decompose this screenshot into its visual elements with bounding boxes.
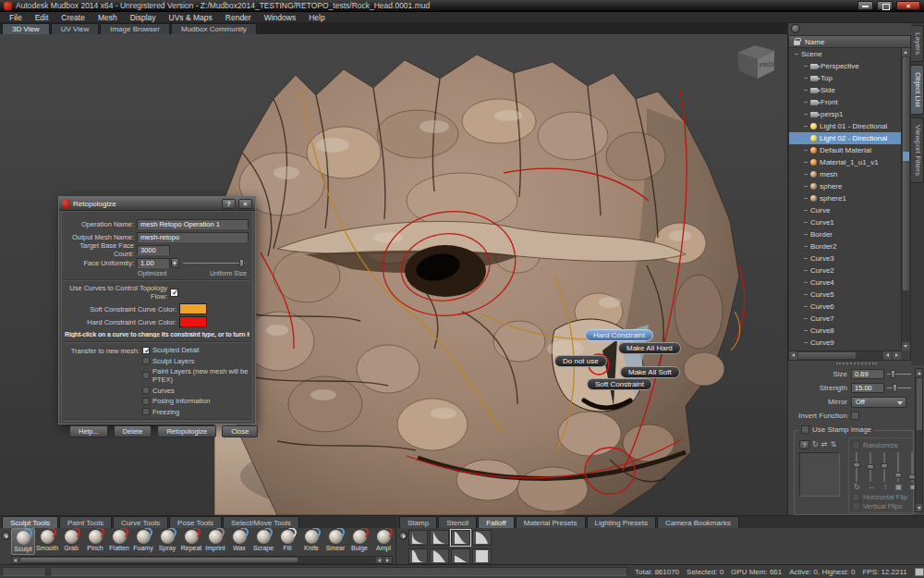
object-list-item[interactable]: Curve4	[789, 277, 901, 289]
object-list-item[interactable]: Scene	[789, 48, 901, 60]
object-list-item[interactable]: Curve5	[789, 289, 901, 301]
stamp-slider[interactable]	[897, 452, 899, 482]
stamp-slider[interactable]	[883, 452, 885, 482]
transfer-checkbox[interactable]	[142, 408, 150, 415]
tool-button[interactable]: Repeat	[179, 528, 203, 555]
object-list-item[interactable]: Light 02 - Directional	[789, 132, 901, 144]
dialog-close-button[interactable]: ×	[238, 199, 252, 209]
stamp-slider[interactable]	[911, 452, 913, 482]
falloff-preset[interactable]	[451, 548, 470, 564]
dialog-titlebar[interactable]: Retopologize ? ×	[59, 197, 255, 211]
face-uniformity-input[interactable]: 1.00	[137, 258, 170, 268]
face-uniformity-slider[interactable]	[183, 258, 245, 268]
tool-button[interactable]: Smear	[323, 528, 347, 555]
marking-menu-item[interactable]: Do not use	[554, 355, 607, 367]
stamp-option-icon[interactable]: ↕	[883, 483, 887, 491]
menu-item[interactable]: Mesh	[91, 12, 124, 23]
tool-tray-tab[interactable]: Pose Tools	[169, 516, 222, 528]
tool-tray-scrollbar[interactable]	[11, 556, 393, 564]
object-list-item[interactable]: Perspective	[789, 60, 901, 72]
object-list-item[interactable]: Curve6	[789, 301, 901, 313]
stamp-toolbar-icon[interactable]: ⇅	[830, 440, 836, 449]
preset-tray-tab[interactable]: Stencil	[438, 516, 477, 528]
marking-menu-item[interactable]: Hard Constraint	[585, 329, 653, 341]
object-list-item[interactable]: Curve1	[789, 216, 901, 228]
falloff-preset[interactable]	[472, 548, 492, 564]
scroll-left-icon[interactable]	[376, 557, 383, 563]
dialog-button[interactable]: Delete	[114, 425, 152, 437]
transfer-checkbox[interactable]	[142, 398, 150, 405]
text-input[interactable]: 3000	[137, 245, 170, 255]
tool-tray-tab[interactable]: Paint Tools	[59, 516, 112, 528]
object-list-item[interactable]: Front	[789, 96, 901, 108]
tool-button[interactable]: Bulge	[347, 528, 371, 555]
object-list-item[interactable]: Curve7	[789, 313, 901, 325]
side-tab[interactable]: Viewport Filters	[911, 117, 924, 183]
dialog-button[interactable]: Close	[222, 425, 258, 437]
preset-tray-tab[interactable]: Falloff	[478, 516, 515, 528]
object-list-item[interactable]: Curve8	[789, 325, 901, 337]
menu-item[interactable]: File	[3, 12, 29, 23]
falloff-preset[interactable]	[408, 548, 428, 564]
view-tab[interactable]: Mudbox Community	[171, 23, 257, 34]
object-list-item[interactable]: Material_1_u1_v1	[789, 156, 901, 168]
text-input[interactable]: mesh-retopo	[137, 232, 249, 242]
side-tab[interactable]: Layers	[911, 25, 924, 62]
falloff-preset[interactable]	[408, 530, 428, 546]
scroll-right-icon[interactable]	[384, 557, 392, 563]
scroll-up-icon[interactable]	[902, 48, 910, 56]
tool-button[interactable]: Sculpt	[11, 528, 35, 555]
tool-button[interactable]: Spray	[155, 528, 179, 555]
falloff-preset[interactable]	[430, 548, 449, 564]
object-list-item[interactable]: Curve9	[789, 337, 901, 349]
tool-button[interactable]: Imprint	[203, 528, 227, 555]
randomize-checkbox[interactable]	[852, 441, 860, 449]
tray-expand-icon[interactable]	[2, 532, 10, 540]
menu-item[interactable]: Help	[302, 12, 331, 23]
object-list-item[interactable]: Curve	[789, 204, 901, 216]
scroll-left-icon[interactable]	[883, 351, 892, 360]
transfer-checkbox[interactable]	[142, 372, 150, 379]
invert-function-checkbox[interactable]	[851, 412, 859, 420]
tool-button[interactable]: Pinch	[83, 528, 107, 555]
tool-tray-tab[interactable]: Sculpt Tools	[2, 516, 58, 528]
tool-button[interactable]: Fill	[275, 528, 299, 555]
slider-knob[interactable]	[239, 259, 244, 267]
object-list-header[interactable]: Name	[789, 36, 910, 48]
marking-menu-item[interactable]: Soft Constraint	[587, 378, 652, 390]
view-tab[interactable]: Image Browser	[100, 23, 170, 34]
strength-slider[interactable]	[887, 383, 911, 393]
scroll-down-icon[interactable]	[902, 342, 910, 350]
size-input[interactable]: 0.69	[851, 369, 884, 379]
tool-tray-tab[interactable]: Select/Move Tools	[223, 516, 299, 528]
stamp-toolbar-icon[interactable]: ⇄	[821, 440, 828, 449]
transfer-checkbox[interactable]	[142, 347, 150, 354]
tool-button[interactable]: Grab	[59, 528, 83, 555]
horizontal-flip-checkbox[interactable]	[852, 493, 860, 501]
object-list-item[interactable]: Border	[789, 228, 901, 240]
stamp-slider[interactable]	[856, 452, 857, 482]
falloff-preset[interactable]	[472, 530, 492, 546]
object-list-item[interactable]: Curve2	[789, 264, 901, 277]
stamp-slider[interactable]	[869, 452, 871, 482]
view-tab[interactable]: 3D View	[2, 23, 50, 34]
tray-expand-icon[interactable]	[399, 532, 407, 540]
side-tab[interactable]: Object List	[911, 65, 924, 115]
text-input[interactable]: mesh Retopo Operation 1	[137, 219, 249, 229]
tool-button[interactable]: Scrape	[251, 528, 275, 555]
maximize-button[interactable]	[877, 1, 893, 10]
stamp-option-icon[interactable]: ↔	[868, 483, 875, 491]
scroll-left-icon[interactable]	[789, 351, 797, 360]
view-navigation-cube[interactable]: FRONT	[733, 42, 779, 80]
scroll-left-icon[interactable]	[12, 557, 19, 563]
dialog-button[interactable]: Retopologize	[157, 425, 216, 437]
object-list-item[interactable]: Border2	[789, 240, 901, 252]
marking-menu-item[interactable]: Make All Hard	[618, 342, 681, 354]
tool-button[interactable]: Ampl	[371, 528, 395, 555]
minimize-button[interactable]	[857, 1, 873, 10]
preset-tray-tab[interactable]: Stamp	[399, 516, 437, 528]
mirror-dropdown[interactable]: Off	[851, 397, 906, 408]
stamp-option-icon[interactable]: ▣	[895, 483, 903, 491]
object-list-hscrollbar[interactable]	[789, 350, 901, 360]
object-list-item[interactable]: sphere	[789, 180, 901, 192]
